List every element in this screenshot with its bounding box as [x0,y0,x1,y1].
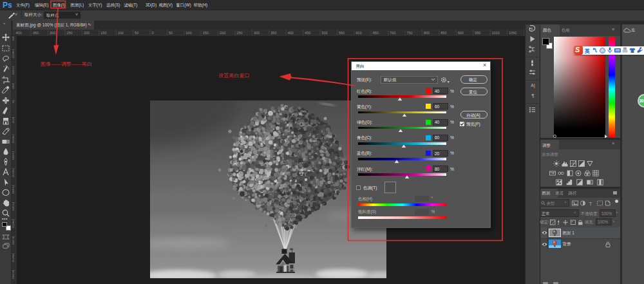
svg-text:0: 0 [12,55,14,59]
svg-text:0: 0 [12,276,14,279]
svg-text:750: 750 [407,31,413,35]
svg-text:50: 50 [135,31,138,35]
svg-text:5: 5 [531,27,533,31]
svg-text:0: 0 [12,157,14,160]
svg-text:0: 0 [12,38,14,41]
svg-text:450: 450 [305,31,310,35]
svg-text:0: 0 [12,72,14,75]
svg-text:1000: 1000 [492,31,500,35]
svg-text:0: 0 [12,208,14,211]
svg-text:400: 400 [288,31,294,35]
svg-text:150: 150 [203,31,209,35]
svg-text:350: 350 [270,31,276,35]
svg-text:200: 200 [220,31,225,35]
svg-text:700: 700 [390,31,395,35]
svg-text:0: 0 [12,100,14,104]
svg-text:600: 600 [355,31,361,35]
svg-text:250: 250 [237,31,243,35]
svg-text:0: 0 [12,140,14,144]
svg-text:50: 50 [169,31,173,35]
svg-text:350: 350 [33,31,39,35]
svg-text:0: 0 [12,175,14,178]
svg-text:250: 250 [67,31,73,35]
svg-text:650: 650 [373,31,379,35]
svg-text:100: 100 [185,31,191,35]
svg-text:950: 950 [475,31,480,35]
svg-text:T: T [589,201,592,207]
svg-text:0: 0 [12,191,14,194]
svg-text:400: 400 [15,31,21,35]
svg-text:500: 500 [322,31,328,35]
svg-text:0: 0 [152,31,154,35]
svg-text:900: 900 [458,31,464,35]
svg-text:150: 150 [100,31,106,35]
svg-text:0: 0 [12,86,14,90]
svg-text:300: 300 [50,31,55,35]
svg-text:1050: 1050 [509,31,516,35]
svg-text:100: 100 [118,31,124,35]
svg-text:850: 850 [440,31,446,35]
svg-text:0: 0 [12,260,14,263]
svg-text:200: 200 [84,31,90,35]
svg-text:800: 800 [424,31,430,35]
svg-text:0: 0 [12,120,14,124]
svg-text:0: 0 [12,242,14,245]
svg-text:550: 550 [339,31,345,35]
svg-text:300: 300 [254,31,260,35]
svg-text:0: 0 [12,225,14,229]
